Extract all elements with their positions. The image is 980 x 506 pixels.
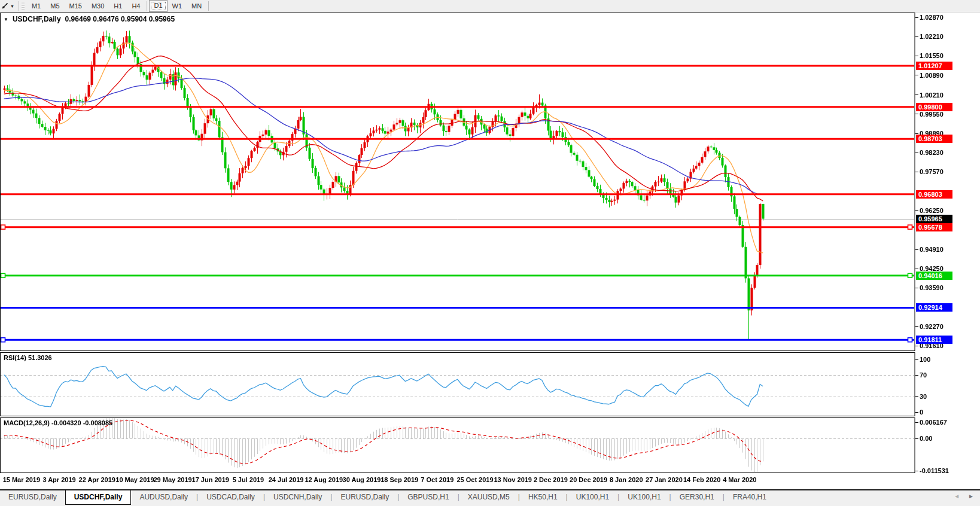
chart-title: ▼ USDCHF,Daily 0.96469 0.96476 0.95904 0… <box>4 15 175 23</box>
price-chart-canvas[interactable] <box>0 0 980 506</box>
price-tag-0.98703: 0.98703 <box>916 135 952 143</box>
chart-tab-gbpusd-h1[interactable]: GBPUSD,H1 <box>399 490 457 504</box>
rsi-tick-label: 100 <box>920 356 930 363</box>
tab-scroll-right-icon[interactable]: ► <box>968 493 974 499</box>
chevron-down-icon[interactable]: ▼ <box>10 4 14 8</box>
chart-tab-ger30-h1[interactable]: GER30,H1 <box>671 490 723 504</box>
price-tick-mark <box>915 114 918 114</box>
macd-tick-label: 0.006167 <box>920 419 947 426</box>
rsi-tick-mark <box>915 396 918 397</box>
chart-tab-usdchf-daily[interactable]: USDCHF,Daily <box>65 490 132 505</box>
price-tick-mark <box>915 249 918 250</box>
chart-tab-usdcnh-daily[interactable]: USDCNH,Daily <box>265 490 330 504</box>
price-tick-label: 1.00210 <box>920 92 944 99</box>
price-tick-label: 1.02870 <box>920 14 944 21</box>
collapse-triangle-icon[interactable]: ▼ <box>4 17 8 22</box>
toolbar-separator <box>147 1 147 11</box>
date-label: 12 Aug 2019 <box>305 476 343 483</box>
price-tag-0.95678: 0.95678 <box>916 223 952 231</box>
rsi-tick-label: 70 <box>920 371 927 379</box>
rsi-tick-label: 30 <box>920 393 927 400</box>
macd-tick-label: 0.00 <box>920 435 932 442</box>
timeframe-button-m15[interactable]: M15 <box>65 1 87 11</box>
trendline-tool-icon[interactable] <box>0 1 10 11</box>
price-tick-label: 0.97570 <box>920 168 944 175</box>
macd-tick-mark <box>915 438 918 439</box>
price-tick-label: 0.93590 <box>920 284 944 291</box>
date-label: 30 Aug 2019 <box>343 476 381 483</box>
price-tick-mark <box>915 326 918 327</box>
rsi-tick-mark <box>915 359 918 360</box>
timeframe-buttons: M1M5M15M30H1H4D1W1MN <box>27 0 211 12</box>
price-tag-0.94016: 0.94016 <box>916 272 952 280</box>
date-label: 15 Mar 2019 <box>3 476 40 483</box>
chart-tab-bar: EURUSD,DailyUSDCHF,DailyAUDUSD,Daily|USD… <box>0 490 980 506</box>
price-tick-mark <box>915 172 918 172</box>
price-tick-mark <box>915 210 918 211</box>
price-tag-0.91811: 0.91811 <box>916 336 952 344</box>
timeframe-button-m5[interactable]: M5 <box>45 1 64 11</box>
price-tick-mark <box>915 133 918 134</box>
price-tick-mark <box>915 269 918 269</box>
chart-tab-eurusd-daily[interactable]: EURUSD,Daily <box>332 490 397 504</box>
price-tag-0.92914: 0.92914 <box>916 303 952 312</box>
chart-tab-usdcad-daily[interactable]: USDCAD,Daily <box>198 490 263 504</box>
price-tick-label: 1.00890 <box>920 72 944 79</box>
price-tick-mark <box>915 56 918 56</box>
chart-tab-xauusd-m5[interactable]: XAUUSD,M5 <box>459 490 518 504</box>
chart-tab-eurusd-daily[interactable]: EURUSD,Daily <box>0 490 65 504</box>
price-tick-label: 0.94910 <box>920 246 944 253</box>
price-tick-label: 1.01550 <box>920 52 944 59</box>
rsi-tick-mark <box>915 412 918 413</box>
price-tick-mark <box>915 17 918 18</box>
macd-tick-mark <box>915 422 918 423</box>
tab-scroll-left-icon[interactable]: ◄ <box>954 493 960 499</box>
timeframe-button-m30[interactable]: M30 <box>87 1 109 11</box>
price-tick-mark <box>915 153 918 153</box>
price-tick-mark <box>915 95 918 95</box>
date-label: 3 Apr 2019 <box>42 476 75 483</box>
price-tick-mark <box>915 36 918 37</box>
price-tag-1.01207: 1.01207 <box>916 62 952 70</box>
toolbar-grip-handle[interactable] <box>22 2 25 10</box>
toolbar-separator <box>19 1 19 11</box>
mt4-window: ▼ M1M5M15M30H1H4D1W1MN ▼ USDCHF,Daily 0.… <box>0 0 980 506</box>
rsi-tick-label: 0 <box>920 409 923 416</box>
macd-indicator-label: MACD(12,26,9) -0.004320 -0.008085 <box>4 419 112 426</box>
timeframe-button-mn[interactable]: MN <box>187 1 206 11</box>
rsi-tick-mark <box>915 375 918 376</box>
price-tick-mark <box>915 346 918 346</box>
rsi-indicator-label: RSI(14) 51.3026 <box>4 354 52 361</box>
price-tick-label: 1.02210 <box>920 33 944 40</box>
date-label: 5 Jul 2019 <box>233 476 264 483</box>
price-tag-0.99800: 0.99800 <box>916 103 952 111</box>
date-label: 4 Mar 2020 <box>723 476 756 483</box>
price-tick-mark <box>915 75 918 75</box>
price-tick-label: 0.92270 <box>920 323 944 330</box>
timeframe-button-d1[interactable]: D1 <box>149 0 167 12</box>
timeframe-button-h4[interactable]: H4 <box>127 1 145 11</box>
timeframe-button-w1[interactable]: W1 <box>168 1 187 11</box>
chart-tab-hk50-h1[interactable]: HK50,H1 <box>520 490 566 504</box>
macd-tick-label: -0.011531 <box>920 467 949 474</box>
symbol-period-label: USDCHF,Daily <box>13 15 61 23</box>
timeframe-button-h1[interactable]: H1 <box>109 1 127 11</box>
chart-tab-uk100-h1[interactable]: UK100,H1 <box>568 490 617 504</box>
date-label: 10 May 2019 <box>115 476 154 483</box>
price-tag-0.96803: 0.96803 <box>916 190 952 199</box>
macd-tick-mark <box>915 471 918 471</box>
date-label: 25 Oct 2019 <box>456 476 493 483</box>
date-label: 2 Dec 2019 <box>534 476 568 483</box>
price-tick-label: 0.98230 <box>920 149 944 156</box>
date-label: 18 Sep 2019 <box>381 476 418 483</box>
price-tag-0.95965: 0.95965 <box>916 215 952 223</box>
date-label: 7 Oct 2019 <box>421 476 454 483</box>
price-tick-label: 0.96250 <box>920 207 944 214</box>
date-label: 17 Jun 2019 <box>192 476 229 483</box>
timeframe-button-m1[interactable]: M1 <box>27 1 45 11</box>
chart-tab-audusd-daily[interactable]: AUDUSD,Daily <box>131 490 196 504</box>
toolbar-separator <box>208 1 209 11</box>
ohlc-values: 0.96469 0.96476 0.95904 0.95965 <box>65 15 175 23</box>
chart-tab-uk100-h1[interactable]: UK100,H1 <box>619 490 669 504</box>
chart-tab-fra40-h1[interactable]: FRA40,H1 <box>725 490 775 504</box>
